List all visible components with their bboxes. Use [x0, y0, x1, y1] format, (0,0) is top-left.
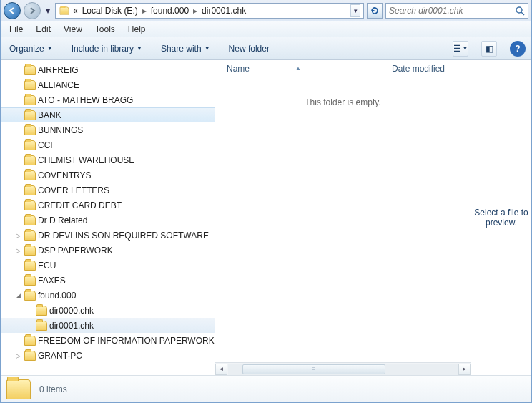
- folder-icon: [6, 379, 31, 399]
- chevron-right-icon[interactable]: ▸: [141, 6, 148, 16]
- tree-item[interactable]: COVER LETTERS: [1, 183, 215, 198]
- tree-item[interactable]: CCI: [1, 137, 215, 152]
- chevron-down-icon: ▼: [463, 45, 468, 52]
- navigation-tree[interactable]: AIRFREIGALLIANCEATO - MATHEW BRAGGBANKBU…: [1, 60, 215, 375]
- tree-item-label: COVENTRYS: [38, 170, 91, 180]
- folder-icon: [24, 170, 36, 180]
- breadcrumb-dropdown[interactable]: ▾: [350, 4, 360, 17]
- preview-placeholder: Select a file to preview.: [474, 208, 528, 228]
- breadcrumb-bar[interactable]: « Local Disk (E:) ▸ found.000 ▸ dir0001.…: [55, 3, 364, 19]
- forward-button[interactable]: [24, 2, 41, 19]
- scroll-right-button[interactable]: ►: [458, 364, 471, 375]
- breadcrumb-seg-1[interactable]: Local Disk (E:): [81, 6, 139, 16]
- back-button[interactable]: [4, 2, 21, 19]
- nav-history-dropdown[interactable]: ▾: [44, 2, 52, 19]
- preview-pane-toggle[interactable]: ◧: [481, 41, 497, 57]
- menu-view[interactable]: View: [58, 23, 88, 36]
- folder-icon: [24, 246, 36, 256]
- search-box[interactable]: [385, 3, 528, 19]
- explorer-window: ▾ « Local Disk (E:) ▸ found.000 ▸ dir000…: [0, 0, 532, 403]
- share-with-button[interactable]: Share with ▼: [158, 42, 213, 55]
- tree-item[interactable]: ALLIANCE: [1, 77, 215, 92]
- column-header-date[interactable]: Date modified: [386, 64, 465, 74]
- menu-bar: File Edit View Tools Help: [1, 21, 531, 37]
- folder-icon: [24, 291, 36, 301]
- folder-icon: [24, 125, 36, 135]
- menu-file[interactable]: File: [4, 23, 29, 36]
- new-folder-button[interactable]: New folder: [226, 42, 272, 55]
- search-icon[interactable]: [515, 6, 525, 16]
- tree-item-label: Dr D Related: [38, 215, 87, 225]
- newfolder-label: New folder: [229, 44, 270, 54]
- chevron-right-icon[interactable]: ▸: [192, 6, 199, 16]
- tree-item-label: found.000: [38, 291, 76, 301]
- command-bar: Organize ▼ Include in library ▼ Share wi…: [1, 37, 531, 60]
- tree-item[interactable]: FAXES: [1, 273, 215, 288]
- folder-icon: [24, 80, 36, 90]
- tree-item[interactable]: dir0000.chk: [1, 303, 215, 318]
- tree-item-label: GRANT-PC: [38, 351, 82, 361]
- chevron-down-icon: ▼: [137, 45, 142, 52]
- share-label: Share with: [161, 44, 202, 54]
- folder-icon: [24, 336, 36, 346]
- chevron-down-icon: ▼: [205, 45, 210, 52]
- content-pane: Name ▲ Date modified This folder is empt…: [215, 60, 471, 375]
- tree-item[interactable]: BUNNINGS: [1, 122, 215, 137]
- tree-item[interactable]: COVENTRYS: [1, 167, 215, 183]
- menu-edit[interactable]: Edit: [30, 23, 56, 36]
- tree-item[interactable]: ▷DR DEVLINS SON REQUIRED SOFTWARE: [1, 228, 215, 243]
- folder-icon: [24, 155, 36, 165]
- tree-item-label: BUNNINGS: [38, 125, 83, 135]
- tree-item[interactable]: ▷DSP PAPERWORK: [1, 243, 215, 258]
- help-button[interactable]: ?: [510, 41, 526, 57]
- tree-item[interactable]: ◢found.000: [1, 288, 215, 303]
- refresh-button[interactable]: [367, 3, 383, 19]
- folder-icon: [60, 6, 69, 14]
- tree-item[interactable]: Dr D Related: [1, 213, 215, 228]
- scroll-thumb[interactable]: ≡: [242, 364, 385, 374]
- tree-item[interactable]: AIRFREIG: [1, 62, 215, 77]
- tree-item[interactable]: dir0001.chk: [1, 318, 215, 333]
- tree-item[interactable]: ECU: [1, 258, 215, 273]
- include-library-button[interactable]: Include in library ▼: [69, 42, 145, 55]
- tree-item-label: DR DEVLINS SON REQUIRED SOFTWARE: [38, 230, 209, 241]
- breadcrumb-seg-2[interactable]: found.000: [149, 6, 190, 16]
- scroll-left-button[interactable]: ◄: [215, 364, 227, 375]
- collapse-icon[interactable]: ◢: [14, 292, 22, 299]
- expand-icon[interactable]: ▷: [14, 247, 22, 254]
- folder-icon: [24, 276, 36, 286]
- horizontal-scrollbar[interactable]: ◄ ≡ ►: [215, 362, 471, 375]
- breadcrumb-prefix: «: [72, 6, 79, 16]
- expand-icon[interactable]: ▷: [14, 232, 22, 239]
- folder-icon: [24, 215, 36, 225]
- view-options-button[interactable]: ☰▼: [453, 41, 468, 57]
- column-name-label: Name: [227, 64, 250, 74]
- tree-item-label: AIRFREIG: [38, 65, 79, 75]
- column-header-name[interactable]: Name ▲: [221, 64, 386, 74]
- tree-item-label: ECU: [38, 261, 56, 271]
- folder-icon: [24, 65, 36, 75]
- tree-item[interactable]: CREDIT CARD DEBT: [1, 198, 215, 213]
- expand-icon[interactable]: ▷: [14, 352, 22, 359]
- scroll-track[interactable]: ≡: [228, 364, 458, 375]
- refresh-icon: [370, 6, 380, 16]
- tree-item[interactable]: CHEMIST WAREHOUSE: [1, 152, 215, 167]
- tree-item-label: dir0000.chk: [49, 306, 94, 316]
- menu-help[interactable]: Help: [122, 23, 152, 36]
- folder-icon: [24, 95, 36, 105]
- address-bar-row: ▾ « Local Disk (E:) ▸ found.000 ▸ dir000…: [1, 0, 531, 21]
- folder-icon: [36, 306, 47, 316]
- organize-button[interactable]: Organize ▼: [6, 42, 56, 55]
- breadcrumb-seg-3[interactable]: dir0001.chk: [200, 6, 247, 16]
- svg-line-1: [521, 12, 524, 15]
- search-input[interactable]: [389, 6, 515, 16]
- tree-item-label: dir0001.chk: [49, 321, 94, 331]
- tree-item[interactable]: ▷GRANT-PC: [1, 348, 215, 363]
- menu-tools[interactable]: Tools: [89, 23, 121, 36]
- folder-icon: [24, 140, 36, 150]
- tree-item[interactable]: BANK: [1, 107, 215, 122]
- tree-item[interactable]: FREEDOM OF INFORMATION PAPERWORK: [1, 333, 215, 348]
- tree-item[interactable]: ATO - MATHEW BRAGG: [1, 92, 215, 107]
- tree-item-label: BANK: [38, 110, 61, 120]
- organize-label: Organize: [9, 44, 44, 54]
